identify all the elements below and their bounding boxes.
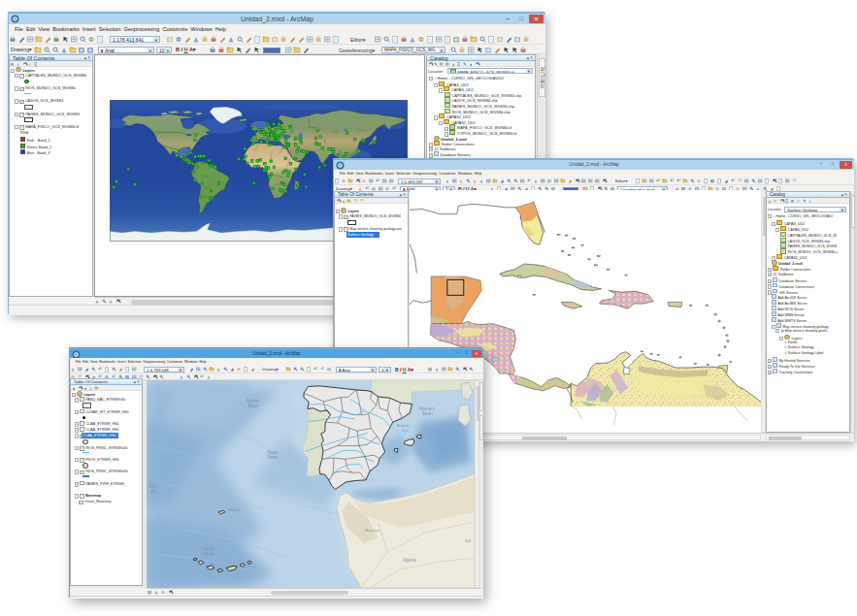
- svg-text:Algeria: Algeria: [403, 558, 416, 563]
- svg-text:Basin: Basin: [268, 455, 279, 460]
- svg-text:Balearic: Balearic: [397, 424, 410, 428]
- svg-text:Madeira: Madeira: [228, 508, 242, 512]
- svg-text:Morocco: Morocco: [365, 529, 379, 533]
- svg-text:Islands: Islands: [203, 552, 214, 556]
- svg-text:Sea: Sea: [402, 429, 409, 433]
- svg-text:Canary: Canary: [202, 547, 214, 551]
- svg-text:Basin: Basin: [422, 411, 433, 416]
- svg-text:Basin: Basin: [248, 404, 259, 408]
- svg-text:Tell: Tell: [465, 539, 471, 543]
- svg-text:sin: sin: [150, 489, 156, 494]
